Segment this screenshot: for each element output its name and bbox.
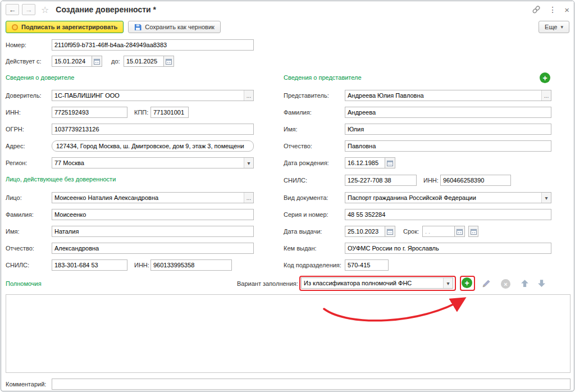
- rep-issued-by-label: Кем выдан:: [284, 245, 317, 252]
- valid-from-label: Действует с:: [6, 58, 42, 65]
- rep-doc-type-label: Вид документа:: [284, 194, 328, 201]
- page-title: Создание доверенности *: [56, 5, 156, 14]
- representative-section-title: Сведения о представителе: [284, 74, 362, 81]
- select-value-button[interactable]: ...: [244, 193, 253, 203]
- chevron-down-icon[interactable]: ▾: [541, 193, 551, 203]
- rep-issued-by-input[interactable]: ОУФМС России по г. Ярославль: [345, 243, 551, 254]
- principal-kpp-input[interactable]: 771301001: [150, 107, 189, 118]
- rep-term-input[interactable]: . .: [422, 226, 455, 237]
- principal-region-select[interactable]: 77 Москва ▾: [52, 157, 254, 168]
- number-input[interactable]: 2110f959-b731-46ff-b4aa-284949aa8383: [52, 39, 254, 51]
- forward-button[interactable]: →: [22, 4, 35, 15]
- valid-to-input[interactable]: 15.01.2025: [124, 56, 164, 67]
- rep-person-input[interactable]: Андреева Юлия Павловна ...: [345, 90, 551, 101]
- rep-snils-label: СНИЛС:: [284, 177, 307, 184]
- comment-label: Комментарий:: [6, 381, 46, 388]
- add-highlight-box: +: [460, 276, 475, 291]
- titlebar: ← → ☆ Создание доверенности * ⋮ ×: [1, 1, 574, 18]
- chevron-down-icon[interactable]: ▾: [443, 278, 453, 288]
- link-icon[interactable]: [532, 5, 541, 14]
- rep-person-label: Представитель:: [284, 92, 329, 99]
- chevron-down-icon: ▾: [560, 24, 563, 30]
- principal-entity-label: Доверитель:: [6, 92, 42, 99]
- calendar-icon[interactable]: [92, 56, 102, 67]
- select-value-button[interactable]: ...: [541, 90, 551, 101]
- fill-variant-select[interactable]: Из классификатора полномочий ФНС ▾: [301, 277, 453, 289]
- rep-patronymic-label: Отчество:: [284, 143, 312, 149]
- calendar-icon[interactable]: [468, 226, 478, 237]
- comment-input[interactable]: [52, 379, 571, 390]
- move-up-icon[interactable]: [520, 279, 530, 289]
- close-icon[interactable]: ×: [564, 5, 569, 15]
- chevron-down-icon[interactable]: ▾: [244, 158, 253, 168]
- rep-birthdate-input[interactable]: 16.12.1985: [345, 157, 385, 168]
- save-icon: [134, 24, 142, 31]
- principal-region-label: Регион:: [6, 159, 27, 166]
- calendar-icon[interactable]: [385, 226, 395, 237]
- select-value-button[interactable]: ...: [244, 90, 253, 101]
- valid-to-label: до:: [111, 58, 120, 65]
- valid-from-input[interactable]: 15.01.2024: [52, 56, 92, 67]
- signer-section-title: Лицо, действующее без доверенности: [6, 176, 116, 183]
- signer-name-label: Имя:: [6, 228, 19, 235]
- edit-pencil-icon[interactable]: [482, 279, 491, 289]
- signer-snils-label: СНИЛС:: [6, 262, 29, 268]
- principal-address-input[interactable]: 127434, Город Москва, ш. Дмитровское, до…: [52, 140, 254, 152]
- calendar-icon[interactable]: [164, 56, 174, 67]
- toolbar: Подписать и зарегистрировать Сохранить к…: [1, 18, 574, 36]
- principal-entity-input[interactable]: 1С-ПАБЛИШИНГ ООО ...: [52, 90, 254, 101]
- principal-inn-input[interactable]: 7725192493: [52, 107, 127, 118]
- rep-inn-input[interactable]: 960466258390: [440, 175, 511, 186]
- add-power-button[interactable]: +: [462, 277, 472, 288]
- kebab-menu-icon[interactable]: ⋮: [549, 5, 556, 14]
- save-draft-button[interactable]: Сохранить как черновик: [128, 21, 221, 33]
- rep-issue-date-label: Дата выдачи:: [284, 228, 322, 235]
- rep-division-label: Код подразделения:: [284, 262, 341, 268]
- rep-issue-date-input[interactable]: 25.10.2023: [345, 226, 385, 237]
- sign-and-register-button[interactable]: Подписать и зарегистрировать: [6, 21, 124, 33]
- principal-ogrn-label: ОГРН:: [6, 126, 24, 133]
- fill-variant-label: Вариант заполнения:: [237, 280, 298, 287]
- rep-doc-type-select[interactable]: Паспорт гражданина Российской Федерации …: [345, 192, 551, 203]
- rep-surname-label: Фамилия:: [284, 109, 312, 116]
- rep-series-input[interactable]: 48 55 352284: [345, 209, 551, 220]
- principal-address-label: Адрес:: [6, 143, 25, 149]
- favorite-star-icon[interactable]: ☆: [41, 4, 49, 15]
- principal-inn-label: ИНН:: [6, 109, 21, 116]
- rep-inn-label: ИНН:: [423, 177, 439, 184]
- move-down-icon[interactable]: [537, 279, 546, 289]
- delete-icon[interactable]: ×: [501, 279, 510, 289]
- signer-inn-label: ИНН:: [134, 262, 149, 268]
- variant-highlight-box: Из классификатора полномочий ФНС ▾: [299, 276, 456, 291]
- rep-name-input[interactable]: Юлия: [345, 124, 551, 135]
- rep-snils-input[interactable]: 125-227-708 38: [345, 175, 417, 186]
- rep-name-label: Имя:: [284, 126, 297, 133]
- powers-list[interactable]: [6, 294, 571, 373]
- signer-name-input[interactable]: Наталия: [52, 226, 254, 237]
- powers-section-title: Полномочия: [6, 280, 42, 287]
- add-representative-button[interactable]: +: [540, 72, 550, 83]
- rep-patronymic-input[interactable]: Павловна: [345, 140, 551, 152]
- signer-surname-label: Фамилия:: [6, 211, 34, 218]
- signer-patronymic-input[interactable]: Александровна: [52, 243, 254, 254]
- rep-surname-input[interactable]: Андреева: [345, 107, 551, 118]
- principal-kpp-label: КПП:: [134, 109, 148, 116]
- back-button[interactable]: ←: [6, 4, 19, 15]
- number-label: Номер:: [6, 42, 26, 48]
- calendar-icon[interactable]: [455, 226, 465, 237]
- rep-birthdate-label: Дата рождения:: [284, 159, 329, 166]
- calendar-icon[interactable]: [385, 157, 395, 168]
- signer-snils-input[interactable]: 183-301-684 53: [52, 259, 127, 271]
- more-button[interactable]: Еще ▾: [539, 21, 569, 33]
- signer-surname-input[interactable]: Моисеенко: [52, 209, 254, 220]
- rep-term-label: Срок:: [403, 228, 419, 235]
- signer-inn-input[interactable]: 960133995358: [150, 259, 232, 271]
- principal-ogrn-input[interactable]: 1037739213126: [52, 124, 254, 135]
- principal-section-title: Сведения о доверителе: [6, 74, 74, 81]
- rep-division-input[interactable]: 570-415: [345, 259, 389, 271]
- signer-patronymic-label: Отчество:: [6, 245, 34, 252]
- signer-person-input[interactable]: Моисеенко Наталия Александровна ...: [52, 192, 254, 203]
- signer-person-label: Лицо:: [6, 194, 22, 201]
- rep-series-label: Серия и номер:: [284, 211, 328, 218]
- doc-window: ← → ☆ Создание доверенности * ⋮ × Подпис…: [1, 1, 574, 391]
